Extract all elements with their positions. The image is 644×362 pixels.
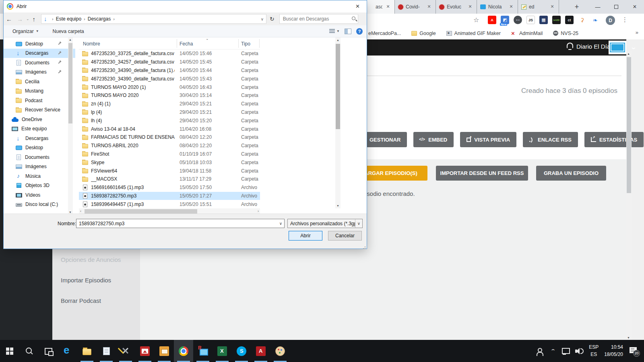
file-row[interactable]: TURNOS MAYO 2020 30/04/20 15:14 Carpeta bbox=[79, 91, 260, 100]
scrollbar-thumb[interactable] bbox=[85, 209, 197, 214]
file-name-input[interactable] bbox=[76, 219, 284, 228]
file-row[interactable]: 467235230_34390_detalle_factura.csv 14/0… bbox=[79, 74, 260, 83]
file-row[interactable]: zn (4) (1) 29/04/20 15:21 Carpeta bbox=[79, 100, 260, 108]
sidebar-tree-item[interactable]: Desktop bbox=[4, 39, 75, 49]
bookmark-item[interactable]: Google bbox=[411, 31, 436, 36]
column-header-date[interactable]: Fecha bbox=[180, 41, 193, 47]
dialog-title-bar[interactable]: Abrir bbox=[4, 0, 367, 12]
extension-icon[interactable] bbox=[552, 16, 561, 24]
file-list-vertical-scrollbar[interactable]: ▲ ▼ bbox=[335, 37, 341, 208]
account-chevron-down-icon[interactable]: ⌄ bbox=[630, 44, 637, 50]
extension-icon[interactable] bbox=[514, 16, 522, 24]
breadcrumb-root[interactable]: Este equipo bbox=[56, 16, 81, 22]
bookmark-item[interactable]: AdminMail bbox=[511, 31, 543, 36]
sidebar-tree-item[interactable]: Desktop bbox=[4, 143, 75, 153]
sidebar-tree-item[interactable]: Este equipo bbox=[4, 124, 75, 134]
podcast-action-button[interactable]: EMBED bbox=[413, 132, 454, 147]
taskbar-button[interactable] bbox=[0, 340, 19, 362]
sidebar-tree-item[interactable]: Podcast bbox=[4, 96, 75, 105]
sidebar-tree-item[interactable]: Objetos 3D bbox=[4, 181, 75, 191]
file-row[interactable]: FSViewer64 19/04/18 11:58 Carpeta bbox=[79, 167, 260, 175]
taskbar-button[interactable] bbox=[58, 340, 77, 362]
maximize-button[interactable] bbox=[607, 0, 625, 14]
site-sidebar-item[interactable]: Borrar Podcast bbox=[52, 290, 140, 311]
browser-tab[interactable]: Nicola bbox=[477, 0, 518, 14]
file-row[interactable]: 467235230_34257_detalle_factura.csv 14/0… bbox=[79, 58, 260, 66]
file-row[interactable]: FARMACIAS DE TURNO DE ENSENADA... 08/04/… bbox=[79, 133, 260, 142]
bookmark-item[interactable]: NVS-25 bbox=[553, 31, 578, 36]
taskbar-button[interactable] bbox=[19, 340, 39, 362]
sidebar-tree-item[interactable]: Documents bbox=[4, 152, 75, 162]
sidebar-tree-item[interactable]: Descargas bbox=[4, 134, 75, 143]
people-icon[interactable] bbox=[537, 347, 545, 355]
file-row[interactable]: 467235230_34390_detalle_factura (1).csv … bbox=[79, 66, 260, 75]
sidebar-tree-item[interactable]: OneDrive bbox=[4, 115, 75, 124]
column-divider[interactable] bbox=[238, 39, 239, 48]
action-center-icon[interactable]: 20 bbox=[630, 347, 638, 355]
browser-tab[interactable]: Evoluc bbox=[436, 0, 477, 14]
scroll-left-icon[interactable]: ‹ bbox=[80, 209, 81, 213]
network-icon[interactable] bbox=[561, 348, 570, 355]
new-tab-button[interactable]: + bbox=[571, 0, 583, 14]
refresh-icon[interactable]: ↻ bbox=[270, 16, 275, 22]
taskbar-button[interactable] bbox=[174, 340, 193, 362]
file-row[interactable]: TURNOS ABRIL 2020 08/04/20 12:20 Carpeta bbox=[79, 142, 260, 150]
extension-icon[interactable] bbox=[565, 16, 574, 24]
scroll-down-icon[interactable]: ▼ bbox=[69, 211, 72, 214]
name-dropdown-icon[interactable]: ∨ bbox=[279, 221, 282, 226]
file-row[interactable]: FireShot 01/10/19 16:07 Carpeta bbox=[79, 150, 260, 158]
sidebar-tree-item[interactable]: Vídeos bbox=[4, 190, 75, 200]
dialog-close-button[interactable] bbox=[349, 0, 367, 12]
browser-menu-icon[interactable]: ⋮ bbox=[622, 16, 628, 23]
extension-icon[interactable]: New bbox=[501, 16, 509, 24]
open-button[interactable]: Abrir bbox=[289, 231, 322, 241]
tray-chevron-up-icon[interactable]: ⌃ bbox=[550, 348, 556, 354]
bookmark-item[interactable]: eMercadoPa... bbox=[368, 31, 401, 36]
file-row[interactable]: 1589387282750.mp3 15/05/20 17:27 Archivo bbox=[79, 192, 260, 200]
file-row[interactable]: lp (4) 29/04/20 15:21 Carpeta bbox=[79, 108, 260, 117]
extension-icon[interactable] bbox=[591, 16, 599, 24]
bookmark-item[interactable]: Animated GIF Maker bbox=[446, 31, 501, 36]
file-name-field[interactable]: ∨ bbox=[76, 219, 285, 228]
file-row[interactable]: 1566916601645 (1).mp3 15/05/20 17:50 Arc… bbox=[79, 183, 260, 192]
taskbar-button[interactable] bbox=[135, 340, 155, 362]
sidebar-tree-item[interactable]: Música bbox=[4, 171, 75, 181]
taskbar-button[interactable] bbox=[251, 340, 270, 362]
taskbar-button[interactable] bbox=[116, 340, 135, 362]
profile-avatar[interactable]: D bbox=[606, 16, 615, 25]
column-divider[interactable] bbox=[259, 39, 260, 48]
bookmark-star-icon[interactable]: ☆ bbox=[473, 16, 479, 24]
resize-grip[interactable] bbox=[362, 244, 365, 247]
clock[interactable]: 10:54 18/05/20 bbox=[604, 344, 623, 358]
file-row[interactable]: lh (4) 29/04/20 15:20 Carpeta bbox=[79, 116, 260, 125]
file-row[interactable]: __MACOSX 13/11/17 17:29 Carpeta bbox=[79, 175, 260, 183]
extension-icon[interactable] bbox=[488, 16, 496, 24]
podcast-logo[interactable] bbox=[609, 41, 626, 54]
scrollbar-thumb[interactable] bbox=[627, 57, 631, 193]
taskbar-button[interactable] bbox=[39, 340, 58, 362]
sidebar-tree-item[interactable]: Recover Service bbox=[4, 105, 75, 115]
sidebar-tree-item[interactable]: Imágenes bbox=[4, 68, 75, 77]
scrollbar-thumb[interactable] bbox=[336, 44, 340, 129]
address-dropdown-icon[interactable]: ∨ bbox=[261, 17, 264, 21]
cancel-button[interactable]: Cancelar bbox=[328, 231, 362, 241]
podcast-action-button[interactable]: ESTADÍSTICAS bbox=[584, 132, 644, 147]
site-sidebar-item[interactable]: Importar Episodios bbox=[52, 270, 140, 290]
scroll-down-icon[interactable]: ▼ bbox=[336, 204, 339, 207]
column-header-name[interactable]: Nombre bbox=[83, 41, 100, 47]
podcast-action-button[interactable]: VISTA PREVIA bbox=[460, 132, 516, 147]
taskbar-button[interactable] bbox=[77, 340, 97, 362]
taskbar-button[interactable] bbox=[97, 340, 116, 362]
file-row[interactable]: 467235230_33725_detalle_factura.csv 14/0… bbox=[79, 49, 260, 58]
scroll-up-icon[interactable]: ▲ bbox=[69, 38, 72, 41]
podcast-action-button[interactable]: GESTIONAR bbox=[363, 132, 407, 147]
tab-close-icon[interactable] bbox=[549, 4, 555, 10]
breadcrumb-current[interactable]: Descargas bbox=[88, 16, 111, 22]
sidebar-tree-item[interactable]: Documents bbox=[4, 58, 75, 68]
taskbar-button[interactable] bbox=[232, 340, 251, 362]
file-row[interactable]: Aviso 13-04 al 18-04 11/04/20 16:08 Carp… bbox=[79, 125, 260, 133]
taskbar-button[interactable] bbox=[193, 340, 213, 362]
help-icon[interactable]: ? bbox=[356, 28, 363, 35]
forward-icon[interactable]: → bbox=[17, 16, 23, 23]
sidebar-tree-item[interactable]: Cecilia bbox=[4, 77, 75, 86]
